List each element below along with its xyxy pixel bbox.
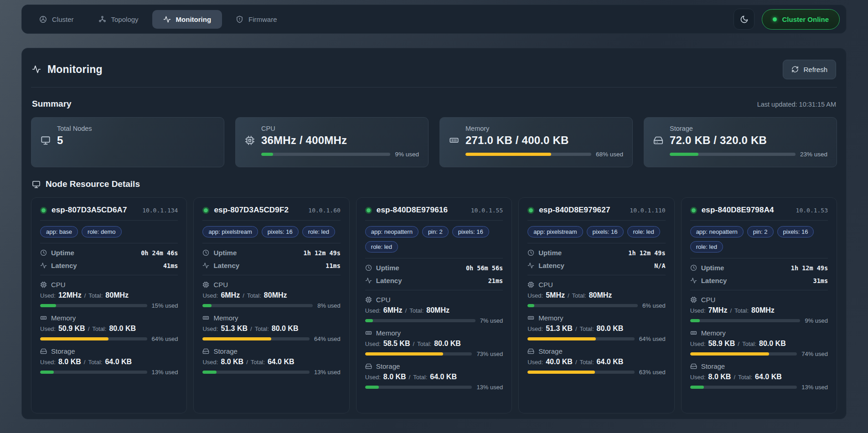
storage-block: Storage Used: 8.0 KB / Total: 64.0 KB 13…	[202, 347, 340, 376]
node-card-header: esp-807D3A5CD6A7 10.0.1.134	[40, 206, 178, 215]
memory-label: Memory	[538, 314, 563, 322]
uptime-value: 0h 24m 46s	[141, 249, 178, 257]
summary-card-label: Storage	[670, 125, 827, 132]
tab-firmware[interactable]: Firmware	[225, 10, 288, 29]
uptime-row: Uptime 0h 56m 56s	[365, 264, 503, 272]
progress-fill	[365, 386, 379, 389]
progress-track	[527, 304, 638, 307]
uptime-label: Uptime	[538, 249, 562, 257]
progress-fill	[527, 337, 596, 340]
refresh-icon	[791, 66, 799, 73]
activity-icon	[202, 262, 209, 269]
node-card-header: esp-840D8E9798A4 10.0.1.53	[690, 206, 828, 215]
cpu-label: CPU	[213, 281, 228, 289]
storage-icon	[202, 348, 209, 355]
total-label: Total:	[734, 307, 749, 314]
node-tag: role: led	[302, 226, 335, 237]
used-label: Used:	[690, 374, 706, 381]
uptime-value: 0h 56m 56s	[466, 264, 503, 272]
cluster-status-label: Cluster Online	[782, 15, 829, 23]
uptime-label: Uptime	[701, 264, 724, 272]
node-tag: pin: 2	[422, 226, 449, 237]
divider	[202, 275, 340, 275]
clock-icon	[527, 249, 534, 256]
latency-label: Latency	[376, 277, 402, 284]
total-label: Total:	[580, 359, 594, 366]
separator: /	[413, 340, 414, 347]
storage-icon	[653, 135, 663, 145]
progress-track	[527, 337, 635, 340]
summary-card: Storage 72.0 KB / 320.0 KB 23% used	[644, 117, 837, 167]
summary-card-label: Memory	[465, 125, 623, 132]
header-divider	[31, 87, 837, 88]
progress-percent-label: 15% used	[152, 302, 178, 309]
total-label: Total:	[247, 292, 261, 299]
uptime-row: Uptime 1h 12m 49s	[527, 249, 665, 257]
uptime-value: 1h 12m 49s	[304, 249, 341, 257]
summary-card-progress: 9% used	[261, 151, 419, 158]
node-card-header: esp-840D8E979616 10.0.1.55	[365, 206, 503, 215]
node-tag: app: pixelstream	[527, 226, 583, 237]
latency-row: Latency 41ms	[40, 262, 178, 269]
progress-track	[365, 319, 475, 322]
node-tag: pixels: 16	[452, 226, 489, 237]
memory-total-value: 80.0 KB	[759, 340, 786, 348]
used-label: Used:	[527, 292, 543, 299]
divider	[365, 220, 503, 221]
refresh-button[interactable]: Refresh	[783, 60, 836, 79]
node-ip: 10.0.1.60	[308, 207, 340, 214]
node-card: esp-840D8E979627 10.0.1.110 app: pixelst…	[518, 197, 674, 413]
status-dot-icon	[773, 17, 777, 21]
nodes-heading: Node Resource Details	[46, 179, 140, 189]
total-label: Total:	[409, 307, 424, 314]
cpu-icon	[202, 281, 209, 288]
latency-row: Latency 31ms	[690, 277, 828, 284]
separator: /	[88, 325, 90, 332]
tab-cluster[interactable]: Cluster	[28, 10, 85, 29]
theme-toggle-button[interactable]	[734, 9, 754, 30]
nav-tabs: Cluster Topology Monitoring Firmware	[28, 10, 288, 29]
activity-icon	[690, 277, 697, 284]
clock-icon	[365, 264, 372, 271]
moon-icon	[740, 15, 749, 24]
cpu-block: CPU Used: 7MHz / Total: 80MHz 9% used	[690, 296, 828, 324]
tab-topology[interactable]: Topology	[88, 10, 150, 29]
node-tag: app: neopattern	[365, 226, 418, 237]
uptime-label: Uptime	[376, 264, 399, 272]
progress-fill	[40, 304, 56, 307]
memory-icon	[527, 314, 534, 321]
divider	[40, 243, 178, 243]
summary-card-value: 36MHz / 400MHz	[261, 134, 347, 147]
cpu-icon	[527, 281, 534, 288]
node-name: esp-840D8E979627	[539, 206, 610, 215]
progress-percent-label: 8% used	[317, 302, 341, 309]
used-label: Used:	[527, 359, 543, 366]
uptime-row: Uptime 1h 12m 49s	[690, 264, 828, 272]
progress-percent-label: 9% used	[805, 317, 828, 324]
memory-icon	[202, 314, 209, 321]
progress-percent-label: 13% used	[152, 369, 178, 376]
progress-fill	[670, 153, 698, 156]
divider	[527, 243, 665, 243]
used-label: Used:	[365, 374, 381, 381]
progress-track	[202, 337, 310, 340]
latency-value: 21ms	[488, 277, 503, 284]
node-tags: app: neopatternpin: 2pixels: 16role: led	[365, 226, 503, 253]
progress-fill	[527, 304, 534, 307]
latency-value: 31ms	[813, 277, 828, 284]
total-label: Total:	[742, 340, 756, 347]
node-name: esp-840D8E9798A4	[702, 206, 774, 215]
cluster-status-badge[interactable]: Cluster Online	[762, 9, 840, 30]
total-label: Total:	[92, 325, 106, 332]
tab-monitoring[interactable]: Monitoring	[152, 10, 222, 29]
divider	[40, 220, 178, 221]
clock-icon	[40, 249, 47, 256]
progress-percent-label: 73% used	[476, 351, 503, 357]
progress-fill	[202, 304, 211, 307]
progress-fill	[690, 319, 700, 322]
total-label: Total:	[413, 374, 427, 381]
cpu-used-value: 6MHz	[383, 306, 403, 314]
node-tags: app: pixelstreampixels: 16role: led	[202, 226, 340, 237]
memory-total-value: 80.0 KB	[434, 340, 461, 348]
latency-value: N/A	[654, 262, 665, 269]
